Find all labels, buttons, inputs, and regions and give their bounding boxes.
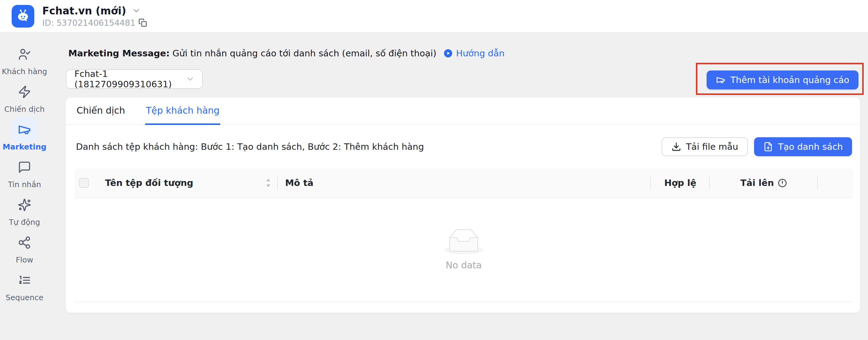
file-plus-icon <box>763 142 773 152</box>
column-header-ten-tep: Tên tệp đối tượng <box>105 178 193 188</box>
sidebar-item-label: Marketing <box>2 143 46 151</box>
intro-bold-label: Marketing Message: <box>68 48 170 59</box>
app-root: Fchat.vn (mới) ID: 537021406154481 Khách… <box>0 0 868 340</box>
sidebar-item-khach-hang[interactable]: Khách hàng <box>0 42 49 80</box>
list-toolbar: Danh sách tệp khách hàng: Bước 1: Tạo da… <box>76 137 852 156</box>
column-header-tai-len: Tải lên <box>740 178 774 188</box>
sidebar-item-sequence[interactable]: Sequence <box>0 268 49 306</box>
share-nodes-icon <box>18 236 31 249</box>
user-check-icon <box>18 48 31 61</box>
sidebar-item-tu-dong[interactable]: Tự động <box>0 193 49 230</box>
sidebar: Khách hàng Chiến dịch Marketing Tin nhắn… <box>0 33 49 340</box>
ad-account-select-value: Fchat-1 (1812709909310631) <box>74 69 186 89</box>
select-chevron-down-icon <box>186 74 195 84</box>
download-template-button[interactable]: Tải file mẫu <box>661 137 748 156</box>
sidebar-item-marketing[interactable]: Marketing <box>0 117 49 155</box>
megaphone-icon <box>18 123 32 136</box>
tab-tep-khach-hang[interactable]: Tệp khách hàng <box>145 97 220 125</box>
robot-logo-icon <box>15 8 31 24</box>
numbered-list-icon <box>18 274 31 287</box>
no-data-label: No data <box>446 260 482 271</box>
add-ad-account-button[interactable]: Thêm tài khoản quảng cáo <box>707 70 859 89</box>
sidebar-item-chien-dich[interactable]: Chiến dịch <box>0 80 49 117</box>
sidebar-item-flow[interactable]: Flow <box>0 230 49 268</box>
table-empty-state: No data <box>74 198 853 302</box>
page-title-block: Fchat.vn (mới) ID: 537021406154481 <box>42 5 147 28</box>
ad-account-select[interactable]: Fchat-1 (1812709909310631) <box>66 69 203 89</box>
empty-inbox-icon <box>444 229 483 254</box>
sidebar-item-label: Flow <box>16 255 33 264</box>
app-body: Khách hàng Chiến dịch Marketing Tin nhắn… <box>0 33 868 340</box>
column-header-mo-ta: Mô tả <box>285 178 313 188</box>
chat-bubble-icon <box>18 160 31 174</box>
page-id: ID: 537021406154481 <box>42 18 135 28</box>
customer-list-card: Chiến dịch Tệp khách hàng Danh sách tệp … <box>66 97 860 313</box>
column-header-hop-le: Hợp lệ <box>664 178 696 188</box>
megaphone-icon <box>716 75 725 85</box>
sort-icon[interactable] <box>264 178 272 188</box>
lightning-icon <box>18 85 31 99</box>
main-content: Marketing Message: Gửi tin nhắn quảng cá… <box>49 33 868 340</box>
annotation-highlight-box: Thêm tài khoản quảng cáo <box>696 63 864 95</box>
sidebar-item-label: Tự động <box>9 218 40 227</box>
account-row: Fchat-1 (1812709909310631) Thêm tài khoả… <box>66 63 860 95</box>
sidebar-item-label: Tin nhắn <box>8 180 41 189</box>
top-header: Fchat.vn (mới) ID: 537021406154481 <box>0 0 868 33</box>
marketing-message-intro: Marketing Message: Gửi tin nhắn quảng cá… <box>68 48 860 59</box>
column-header-actions <box>818 168 853 197</box>
table-header-row: Tên tệp đối tượng Mô tả Hợp lệ Tả <box>74 168 853 198</box>
page-switch-chevron-down-icon[interactable] <box>132 6 141 15</box>
list-instruction: Danh sách tệp khách hàng: Bước 1: Tạo da… <box>76 142 424 152</box>
sidebar-item-label: Chiến dịch <box>4 105 45 114</box>
guide-link[interactable]: Hướng dẫn <box>443 48 505 59</box>
intro-description: Gửi tin nhắn quảng cáo tới danh sách (em… <box>170 48 436 59</box>
info-circle-icon[interactable] <box>778 178 787 188</box>
customer-file-table: Tên tệp đối tượng Mô tả Hợp lệ Tả <box>74 168 853 302</box>
create-list-button[interactable]: Tạo danh sách <box>754 137 852 156</box>
sidebar-item-tin-nhan[interactable]: Tin nhắn <box>0 155 49 193</box>
sparkles-icon <box>18 198 31 212</box>
download-icon <box>671 142 681 152</box>
sidebar-item-label: Khách hàng <box>2 67 47 76</box>
fchat-logo[interactable] <box>12 5 34 28</box>
tabbar: Chiến dịch Tệp khách hàng <box>66 97 860 125</box>
page-title: Fchat.vn (mới) <box>42 5 126 17</box>
sidebar-item-label: Sequence <box>5 293 43 302</box>
select-all-checkbox[interactable] <box>79 178 89 188</box>
copy-icon[interactable] <box>138 19 147 27</box>
tab-chien-dich[interactable]: Chiến dịch <box>76 97 126 125</box>
play-circle-icon <box>443 49 453 58</box>
